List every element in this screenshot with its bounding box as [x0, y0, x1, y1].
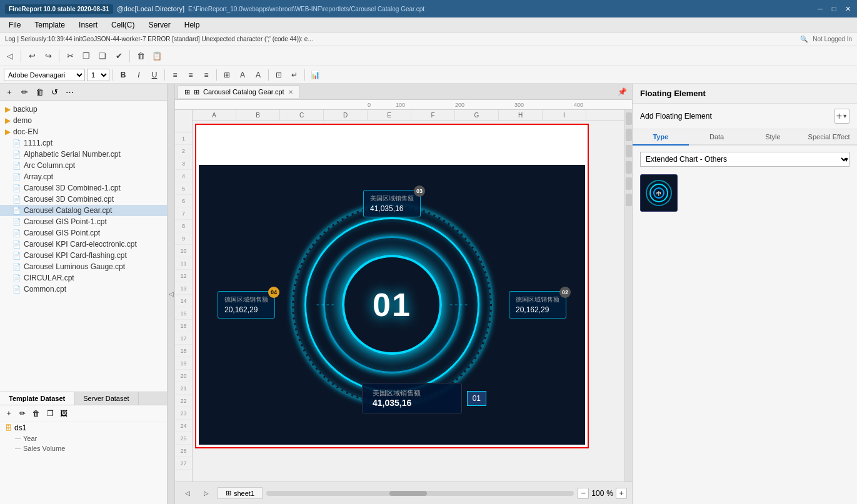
forward-btn[interactable]: ↪ — [41, 49, 56, 64]
search-icon[interactable]: 🔍 — [800, 36, 808, 42]
rp-tab-type[interactable]: Type — [633, 129, 689, 146]
ds-copy-btn[interactable]: ❐ — [44, 407, 56, 420]
col-E: E — [368, 110, 411, 121]
file-kpi-flash[interactable]: 📄 Carousel KPI Card-flashing.cpt — [0, 250, 167, 261]
sidebar-tool-4[interactable] — [626, 161, 632, 174]
file-common[interactable]: 📄 Common.cpt — [0, 284, 167, 295]
wrap-btn[interactable]: ↵ — [288, 69, 301, 81]
folder-icon: ▶ — [5, 127, 11, 136]
file-gis1[interactable]: 📄 Carousel GIS Point-1.cpt — [0, 216, 167, 227]
file-icon: 📄 — [13, 252, 21, 260]
menu-item-insert[interactable]: Insert — [73, 19, 104, 31]
file-tab[interactable]: ⊞ ⊞ Carousel Catalog Gear.cpt ✕ — [178, 86, 300, 98]
cut-btn[interactable]: ✂ — [63, 49, 78, 64]
ds-edit-btn[interactable]: ✏ — [16, 407, 29, 420]
file-luminous[interactable]: 📄 Carousel Luminous Gauge.cpt — [0, 261, 167, 272]
file-gis[interactable]: 📄 Carousel GIS Point.cpt — [0, 227, 167, 239]
sidebar-tool-2[interactable] — [626, 129, 632, 141]
sidebar-tool-5[interactable] — [626, 177, 632, 190]
template-dataset-tab[interactable]: Template Dataset — [0, 392, 74, 405]
rp-tab-data[interactable]: Data — [689, 129, 745, 146]
sidebar-tool-6[interactable] — [626, 194, 632, 206]
format-bar: Adobe Devanagari 1 B I U ≡ ≡ ≡ ⊞ A A ⊡ ↵… — [0, 66, 857, 84]
tab-pin-btn[interactable]: 📌 — [618, 87, 627, 96]
tab-close-btn[interactable]: ✕ — [288, 89, 293, 96]
menu-item-server[interactable]: Server — [142, 19, 176, 31]
ds-add-btn[interactable]: + — [3, 407, 15, 420]
folder-demo[interactable]: ▶ demo — [0, 115, 167, 126]
delete-btn[interactable]: 🗑 — [133, 49, 148, 64]
sheet-nav-left[interactable]: ◁ — [180, 486, 195, 501]
ds-img-btn[interactable]: 🖼 — [58, 407, 70, 420]
zoom-value: 100 — [591, 489, 604, 498]
file-carousel3d[interactable]: 📄 Carousel 3D Combined.cpt — [0, 194, 167, 205]
file-1111[interactable]: 📄 1111.cpt — [0, 137, 167, 149]
file-array[interactable]: 📄 Array.cpt — [0, 171, 167, 182]
folder-backup[interactable]: ▶ backup — [0, 104, 167, 115]
chart-type-select[interactable]: Extended Chart - Others Extended Chart -… — [640, 152, 849, 167]
file-kpi-elec[interactable]: 📄 Carousel KPI Card-elecctronic.cpt — [0, 239, 167, 250]
add-floating-button[interactable]: + ▼ — [834, 109, 849, 124]
menu-item-cellc[interactable]: Cell(C) — [105, 19, 141, 31]
left-collapse-toggle[interactable]: ◁ — [168, 84, 175, 504]
close-button[interactable]: ✕ — [843, 4, 852, 13]
menu-item-file[interactable]: File — [3, 19, 27, 31]
paste-btn[interactable]: ❏ — [95, 49, 110, 64]
align-right-btn[interactable]: ≡ — [199, 69, 213, 81]
merge-btn[interactable]: ⊡ — [272, 69, 286, 81]
edit-file-btn[interactable]: ✏ — [18, 86, 31, 99]
zoom-plus-btn[interactable]: + — [616, 488, 627, 499]
left-label-value: 20,162,29 — [224, 305, 268, 314]
delete-file-btn[interactable]: 🗑 — [33, 86, 46, 99]
file-tree: ▶ backup ▶ demo ▶ doc-EN 📄 1111.cpt 📄 Al… — [0, 101, 167, 392]
file-alphabetic[interactable]: 📄 Alphabetic Serial Number.cpt — [0, 149, 167, 160]
underline-button[interactable]: U — [148, 69, 161, 81]
rp-tab-special[interactable]: Special Effect — [801, 129, 857, 146]
font-color-btn[interactable]: A — [251, 69, 265, 81]
zoom-minus-btn[interactable]: − — [578, 488, 589, 499]
copy2-btn[interactable]: 📋 — [149, 49, 164, 64]
chart-btn[interactable]: 📊 — [308, 69, 322, 81]
folder-doc-en[interactable]: ▶ doc-EN — [0, 126, 167, 137]
add-file-btn[interactable]: + — [3, 86, 16, 99]
ds-delete-btn[interactable]: 🗑 — [30, 407, 43, 420]
copy-btn[interactable]: ❐ — [79, 49, 94, 64]
file-circular[interactable]: 📄 CIRCULAR.cpt — [0, 272, 167, 284]
italic-button[interactable]: I — [132, 69, 146, 81]
ruler-300: 300 — [514, 102, 524, 108]
server-dataset-tab[interactable]: Server Dataset — [74, 392, 138, 405]
file-label: Carousel KPI Card-flashing.cpt — [24, 251, 127, 260]
file-carousel-gear[interactable]: 📄 Carousel Catalog Gear.cpt — [0, 205, 167, 216]
dataset-ds1[interactable]: 🗄 ds1 — [0, 422, 167, 433]
left-collapse-btn[interactable]: ◁ — [3, 49, 18, 64]
menu-item-help[interactable]: Help — [178, 19, 206, 31]
sidebar-tool-1[interactable] — [626, 112, 632, 125]
back-btn[interactable]: ↩ — [24, 49, 39, 64]
bold-button[interactable]: B — [116, 69, 130, 81]
refresh-btn[interactable]: ↺ — [48, 86, 61, 99]
h-scroll-track[interactable] — [266, 491, 574, 496]
font-family-select[interactable]: Adobe Devanagari — [4, 69, 85, 81]
sheet1-tab[interactable]: ⊞ sheet1 — [218, 487, 263, 499]
more-btn[interactable]: ⋯ — [63, 86, 76, 99]
sheet-nav-right[interactable]: ▷ — [199, 486, 214, 501]
h-scroll-thumb[interactable] — [389, 491, 427, 496]
align-left-btn[interactable]: ≡ — [168, 69, 182, 81]
minimize-button[interactable]: ─ — [816, 4, 824, 13]
format-paste-btn[interactable]: ✔ — [111, 49, 126, 64]
sidebar-tool-3[interactable] — [626, 145, 632, 157]
maximize-button[interactable]: □ — [829, 4, 838, 13]
add-floating-row: Add Floating Element + ▼ — [633, 104, 857, 129]
file-icon: 📄 — [13, 151, 21, 159]
align-center-btn[interactable]: ≡ — [184, 69, 198, 81]
border-btn[interactable]: ⊞ — [220, 69, 234, 81]
zoom-area: − 100 % + — [578, 488, 627, 499]
rp-tab-style[interactable]: Style — [745, 129, 801, 146]
bg-color-btn[interactable]: A — [236, 69, 249, 81]
font-size-select[interactable]: 1 — [87, 69, 109, 81]
file-carousel3d1[interactable]: 📄 Carousel 3D Combined-1.cpt — [0, 182, 167, 194]
menu-item-template[interactable]: Template — [28, 19, 71, 31]
chart-canvas[interactable]: 01 美国区域销售额 41,035,16 03 德国区域销售额 — [199, 165, 585, 445]
toolbar-sep-3 — [129, 50, 130, 62]
file-arccolumn[interactable]: 📄 Arc Column.cpt — [0, 160, 167, 171]
